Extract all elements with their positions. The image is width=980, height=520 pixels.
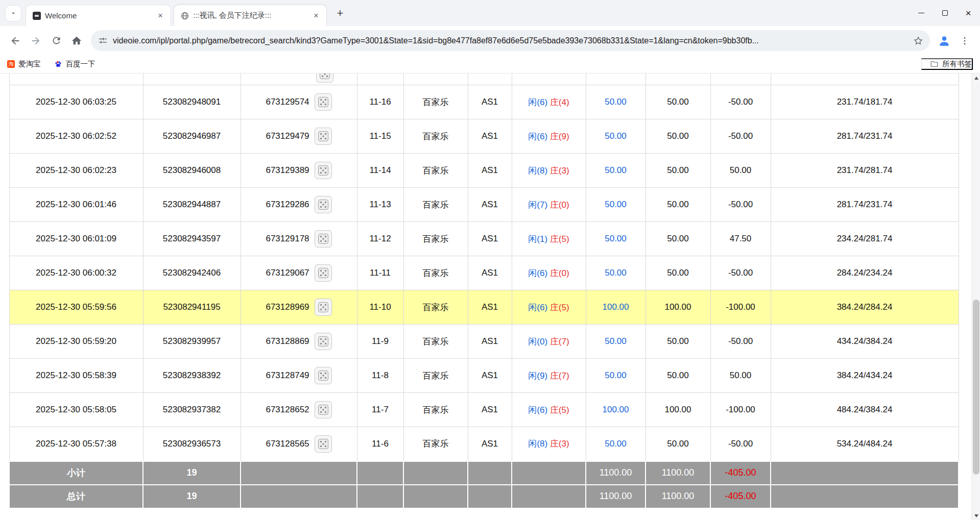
close-button[interactable]: ×: [957, 3, 980, 23]
cell-table: AS1: [468, 427, 512, 461]
cell-order-id: 523082941195: [143, 290, 241, 325]
bet-amount-link[interactable]: 50.00: [605, 165, 627, 175]
dice-icon: [317, 369, 329, 382]
game-result-button[interactable]: [315, 333, 332, 350]
cell-order-id: 523082938392: [143, 359, 241, 393]
banker-result: 庄(3): [550, 439, 569, 449]
banker-result: 庄(4): [550, 97, 569, 107]
tab-search-button[interactable]: [5, 5, 21, 21]
address-bar[interactable]: videoie.com/ipl/portal.php/game/betrecor…: [91, 30, 930, 51]
cell-bet-amount: 100.00: [586, 393, 646, 427]
game-id-text: 673128652: [266, 405, 309, 415]
game-result-button[interactable]: [315, 162, 332, 179]
all-bookmarks-button[interactable]: 所有书签: [921, 58, 973, 70]
profile-button[interactable]: [934, 31, 954, 51]
subtotal-label: 小计: [9, 461, 143, 485]
game-result-button[interactable]: [315, 128, 332, 145]
game-result-button[interactable]: [315, 264, 332, 282]
subtotal-valid: 1100.00: [646, 461, 710, 485]
tab-welcome[interactable]: Welcome ×: [26, 5, 171, 26]
bet-amount-link[interactable]: 50.00: [605, 439, 627, 449]
banker-result: 庄(5): [550, 234, 569, 244]
bet-amount-link[interactable]: 50.00: [605, 131, 627, 141]
cell-round: 11-6: [357, 427, 403, 461]
dice-icon: [317, 404, 329, 416]
total-label: 总计: [9, 485, 143, 508]
game-result-button[interactable]: [315, 401, 332, 418]
table-row: 2025-12-30 05:59:56 523082941195 6731289…: [9, 290, 959, 325]
cell-round: 11-7: [357, 393, 403, 427]
bookmark-aitaobao[interactable]: 淘 爱淘宝: [7, 59, 41, 69]
bet-amount-link[interactable]: 50.00: [605, 336, 627, 346]
subtotal-row: 小计 19 1100.00 1100.00 -405.00: [9, 461, 959, 485]
cell-winloss: 50.00: [710, 154, 771, 188]
cell-round: 11-12: [357, 222, 403, 256]
cell-game-id: 673129389: [241, 154, 357, 188]
bet-amount-link[interactable]: 50.00: [605, 97, 627, 107]
game-result-button[interactable]: [315, 196, 332, 213]
game-result-button[interactable]: [315, 299, 332, 316]
scroll-down-button[interactable]: [972, 511, 980, 520]
cell-winloss: -50.00: [710, 256, 771, 290]
scrollbar-thumb[interactable]: [973, 300, 979, 475]
cell-order-id: 523082946008: [143, 154, 241, 188]
tab-close-icon[interactable]: ×: [155, 11, 165, 21]
cell-game-type: 百家乐: [403, 290, 468, 325]
game-result-button[interactable]: [316, 73, 333, 83]
game-result-button[interactable]: [315, 435, 332, 453]
bet-amount-link[interactable]: 50.00: [605, 234, 627, 243]
bookmark-baidu[interactable]: 百度一下: [54, 59, 95, 69]
refresh-button[interactable]: [46, 31, 66, 51]
tab-bet-records[interactable]: :::视讯, 会员下注纪录::: ×: [174, 5, 327, 26]
home-button[interactable]: [66, 31, 87, 51]
cell-result: 闲(6) 庄(0): [512, 256, 586, 290]
new-tab-button[interactable]: +: [332, 6, 348, 21]
game-id-text: 673128565: [266, 439, 309, 449]
minimize-button[interactable]: [910, 3, 933, 23]
scroll-up-button[interactable]: [972, 73, 980, 82]
vertical-scrollbar[interactable]: [971, 73, 980, 520]
table-row: 2025-12-30 06:03:25 523082948091 6731295…: [9, 85, 959, 119]
cell-winloss: -50.00: [710, 325, 771, 359]
cell-table: AS1: [468, 359, 512, 393]
cell-order-id: 523082944887: [143, 188, 241, 222]
bet-amount-link[interactable]: 50.00: [605, 268, 627, 278]
cell-result: 闲(6) 庄(9): [512, 119, 586, 154]
bet-amount-link[interactable]: 100.00: [603, 405, 629, 414]
menu-kebab-button[interactable]: [954, 31, 975, 51]
cell-game-id: 673128652: [241, 393, 357, 427]
back-button[interactable]: [5, 31, 26, 51]
chevron-down-icon: [10, 10, 17, 17]
cell-result: 闲(6) 庄(5): [512, 290, 586, 325]
cell-result: 闲(8) 庄(3): [512, 154, 586, 188]
bet-amount-link[interactable]: 50.00: [605, 370, 627, 380]
cell-order-id: 523082937382: [143, 393, 241, 427]
total-winloss: -405.00: [710, 485, 771, 508]
forward-button[interactable]: [26, 31, 46, 51]
cell-round: 11-10: [357, 290, 403, 325]
maximize-button[interactable]: [933, 3, 957, 23]
cell-valid-amount: 50.00: [646, 222, 710, 256]
cell-table: AS1: [468, 393, 512, 427]
game-result-button[interactable]: [315, 93, 332, 111]
cell-balance: 484.24/384.24: [771, 393, 959, 427]
bookmark-star-button[interactable]: [910, 32, 927, 49]
cell-order-id: 523082943597: [143, 222, 241, 256]
taobao-icon: 淘: [7, 60, 15, 68]
tab-title: Welcome: [45, 11, 151, 20]
game-result-button[interactable]: [315, 367, 332, 384]
cell-result: 闲(6) 庄(5): [512, 393, 586, 427]
kebab-menu-icon: [960, 36, 970, 46]
tab-close-icon[interactable]: ×: [311, 11, 321, 21]
game-result-button[interactable]: [315, 230, 332, 247]
refresh-icon: [51, 35, 62, 46]
cell-game-id: 673128869: [241, 325, 357, 359]
cell-bet-amount: 100.00: [586, 290, 646, 325]
cell-round: 11-14: [357, 154, 403, 188]
cell-game-id: 673129479: [241, 119, 357, 154]
cell-valid-amount: 50.00: [646, 359, 710, 393]
bet-amount-link[interactable]: 100.00: [603, 302, 629, 312]
cell-game-type: 百家乐: [403, 256, 468, 290]
bet-amount-link[interactable]: 50.00: [605, 200, 627, 209]
dice-icon: [317, 335, 329, 348]
